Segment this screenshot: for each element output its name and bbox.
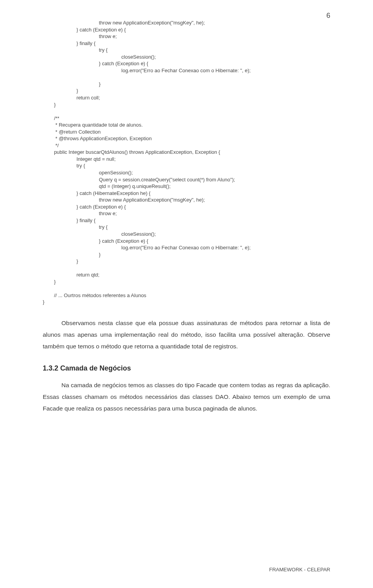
paragraph-business-layer: Na camada de negócios temos as classes d… (43, 379, 330, 415)
paragraph-observation: Observamos nesta classe que ela possue d… (43, 317, 330, 353)
footer: FRAMEWORK - CELEPAR (269, 567, 330, 572)
code-block: throw new ApplicationException("msgKey",… (43, 19, 330, 306)
page-number: 6 (326, 12, 330, 20)
section-heading: 1.3.2 Camada de Negócios (43, 364, 330, 372)
